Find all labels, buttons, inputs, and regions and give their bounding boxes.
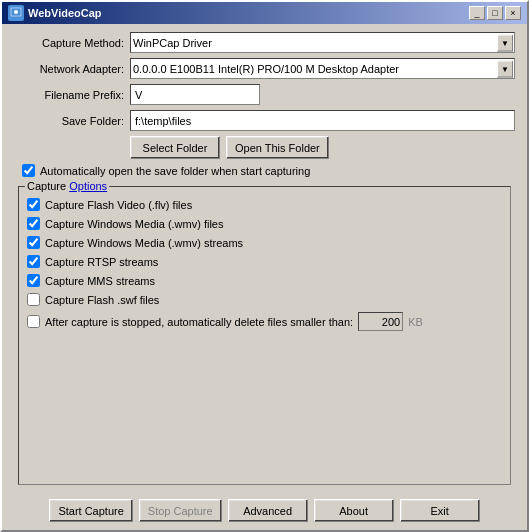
label-rtsp: Capture RTSP streams: [45, 256, 158, 268]
capture-method-control: WinPCap Driver ▼: [130, 32, 515, 53]
auto-open-label: Automatically open the save folder when …: [40, 165, 310, 177]
bottom-buttons-row: Start Capture Stop Capture Advanced Abou…: [2, 493, 527, 530]
label-swf: Capture Flash .swf files: [45, 294, 159, 306]
save-folder-control: [130, 110, 515, 131]
start-capture-button[interactable]: Start Capture: [49, 499, 132, 522]
select-folder-button[interactable]: Select Folder: [130, 136, 220, 159]
capture-options-legend: Capture Options: [25, 180, 109, 192]
network-adapter-row: Network Adapter: 0.0.0.0 E100B11 Intel(R…: [14, 58, 515, 79]
titlebar: WebVideoCap _ □ ×: [2, 2, 527, 24]
label-wmv-streams: Capture Windows Media (.wmv) streams: [45, 237, 243, 249]
app-icon: [8, 5, 24, 21]
checkbox-rtsp[interactable]: [27, 255, 40, 268]
label-mms: Capture MMS streams: [45, 275, 155, 287]
network-adapter-label: Network Adapter:: [14, 63, 124, 75]
filename-prefix-input[interactable]: [130, 84, 260, 105]
save-folder-row: Save Folder:: [14, 110, 515, 131]
exit-button[interactable]: Exit: [400, 499, 480, 522]
titlebar-left: WebVideoCap: [8, 5, 102, 21]
save-folder-label: Save Folder:: [14, 115, 124, 127]
auto-open-checkbox[interactable]: [22, 164, 35, 177]
capture-option-mms: Capture MMS streams: [27, 271, 502, 290]
capture-method-row: Capture Method: WinPCap Driver ▼: [14, 32, 515, 53]
capture-method-select[interactable]: WinPCap Driver: [130, 32, 515, 53]
window-title: WebVideoCap: [28, 7, 102, 19]
kb-label: KB: [408, 316, 423, 328]
open-this-folder-button[interactable]: Open This Folder: [226, 136, 329, 159]
main-content: Capture Method: WinPCap Driver ▼ Network…: [2, 24, 527, 493]
capture-method-select-wrapper: WinPCap Driver ▼: [130, 32, 515, 53]
network-adapter-control: 0.0.0.0 E100B11 Intel(R) PRO/100 M Deskt…: [130, 58, 515, 79]
close-button[interactable]: ×: [505, 6, 521, 20]
checkbox-after-capture[interactable]: [27, 315, 40, 328]
capture-option-flv: Capture Flash Video (.flv) files: [27, 195, 502, 214]
capture-option-swf: Capture Flash .swf files: [27, 290, 502, 309]
network-adapter-select-wrapper: 0.0.0.0 E100B11 Intel(R) PRO/100 M Deskt…: [130, 58, 515, 79]
save-folder-input[interactable]: [130, 110, 515, 131]
legend-options-link[interactable]: Options: [69, 180, 107, 192]
auto-open-row: Automatically open the save folder when …: [22, 164, 515, 177]
capture-option-wmv-streams: Capture Windows Media (.wmv) streams: [27, 233, 502, 252]
checkbox-mms[interactable]: [27, 274, 40, 287]
stop-capture-button[interactable]: Stop Capture: [139, 499, 222, 522]
advanced-button[interactable]: Advanced: [228, 499, 308, 522]
checkbox-swf[interactable]: [27, 293, 40, 306]
network-adapter-select[interactable]: 0.0.0.0 E100B11 Intel(R) PRO/100 M Deskt…: [130, 58, 515, 79]
titlebar-buttons: _ □ ×: [469, 6, 521, 20]
capture-option-wmv-files: Capture Windows Media (.wmv) files: [27, 214, 502, 233]
after-capture-row: After capture is stopped, automatically …: [27, 309, 502, 334]
capture-options-list: Capture Flash Video (.flv) files Capture…: [27, 195, 502, 334]
capture-option-rtsp: Capture RTSP streams: [27, 252, 502, 271]
label-flv: Capture Flash Video (.flv) files: [45, 199, 192, 211]
filename-prefix-control: [130, 84, 515, 105]
capture-method-label: Capture Method:: [14, 37, 124, 49]
about-button[interactable]: About: [314, 499, 394, 522]
checkbox-wmv-streams[interactable]: [27, 236, 40, 249]
capture-options-box: Capture Options Capture Flash Video (.fl…: [18, 186, 511, 485]
main-window: WebVideoCap _ □ × Capture Method: WinPCa…: [0, 0, 529, 532]
maximize-button[interactable]: □: [487, 6, 503, 20]
label-wmv-files: Capture Windows Media (.wmv) files: [45, 218, 224, 230]
filename-prefix-row: Filename Prefix:: [14, 84, 515, 105]
checkbox-flv[interactable]: [27, 198, 40, 211]
after-capture-size-input[interactable]: [358, 312, 403, 331]
svg-point-1: [14, 10, 18, 14]
filename-prefix-label: Filename Prefix:: [14, 89, 124, 101]
minimize-button[interactable]: _: [469, 6, 485, 20]
checkbox-wmv-files[interactable]: [27, 217, 40, 230]
legend-capture-text: Capture: [27, 180, 69, 192]
folder-buttons-row: Select Folder Open This Folder: [130, 136, 515, 159]
label-after-capture: After capture is stopped, automatically …: [45, 316, 353, 328]
